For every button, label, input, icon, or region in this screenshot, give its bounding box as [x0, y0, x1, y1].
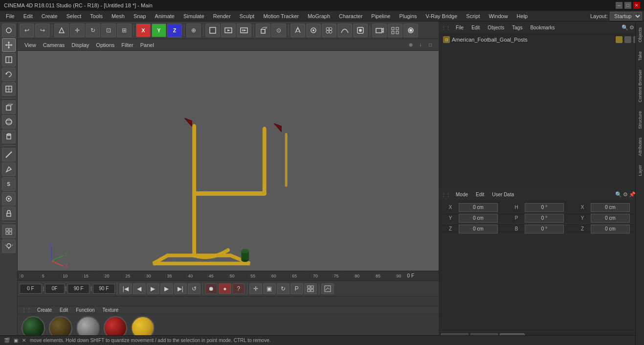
mode-transform[interactable]: ⊞ — [117, 23, 132, 37]
attr-sy-input[interactable] — [591, 214, 630, 223]
keyframe-sel[interactable]: ▣ — [263, 283, 276, 294]
menu-tools[interactable]: Tools — [86, 12, 107, 20]
frame-start-input[interactable] — [45, 284, 65, 294]
mode-move[interactable]: ✛ — [70, 23, 85, 37]
render-region[interactable] — [205, 23, 220, 37]
coord-button[interactable]: ⊕ — [186, 23, 201, 37]
mat-menu-texture[interactable]: Texture — [101, 306, 121, 314]
menu-motion-tracker[interactable]: Motion Tracker — [259, 12, 303, 20]
menu-create[interactable]: Create — [38, 12, 62, 20]
frame-end-input[interactable] — [67, 284, 89, 294]
menu-script[interactable]: Script — [462, 12, 484, 20]
goto-end[interactable]: ▶| — [174, 283, 187, 294]
attr-userdata-btn[interactable]: User Data — [489, 191, 517, 198]
mode-scale[interactable]: ⊡ — [101, 23, 116, 37]
mode-rotate[interactable]: ↻ — [86, 23, 100, 37]
view-dots[interactable] — [388, 23, 402, 37]
side-tab-layer[interactable]: Layer — [637, 161, 644, 180]
side-tab-content[interactable]: Content Browser — [637, 66, 644, 106]
redo-button[interactable]: ↪ — [35, 23, 50, 37]
mode-object[interactable] — [54, 23, 69, 37]
menu-edit[interactable]: Edit — [20, 12, 37, 20]
tool-scale[interactable] — [2, 53, 16, 67]
attr-p-input[interactable] — [525, 214, 564, 223]
current-frame-input[interactable] — [20, 284, 42, 294]
attr-edit-btn[interactable]: Edit — [473, 191, 487, 198]
view-deform[interactable] — [306, 23, 321, 37]
menu-character[interactable]: Character — [335, 12, 366, 20]
tool-lamp[interactable] — [2, 239, 16, 253]
menu-help[interactable]: Help — [513, 12, 532, 20]
tool-rotate[interactable] — [2, 68, 16, 81]
record-motion[interactable]: ? — [232, 283, 245, 294]
vp-menu-filter[interactable]: Filter — [118, 41, 136, 49]
om-settings-btn[interactable]: ⚙ — [629, 24, 634, 31]
tool-pen[interactable] — [2, 162, 16, 176]
menu-mesh[interactable]: Mesh — [108, 12, 129, 20]
menu-select[interactable]: Select — [63, 12, 86, 20]
tool-lock[interactable] — [2, 207, 16, 220]
tool-move[interactable] — [2, 38, 16, 52]
render-viewport[interactable] — [221, 23, 236, 37]
close-button[interactable]: ✕ — [633, 2, 640, 9]
motion-graph[interactable] — [321, 283, 334, 294]
om-bookmarks-btn[interactable]: Bookmarks — [527, 24, 557, 31]
attr-y-input[interactable] — [459, 214, 498, 223]
tool-select[interactable] — [2, 23, 16, 37]
view-light[interactable] — [403, 23, 418, 37]
tool-brush[interactable] — [2, 192, 16, 206]
mat-menu-edit[interactable]: Edit — [58, 306, 70, 314]
axis-z[interactable]: Z — [167, 23, 182, 37]
om-item-goalpost[interactable]: ⊡ American_Football_Goal_Posts — [441, 35, 642, 44]
menu-snap[interactable]: Snap — [130, 12, 150, 20]
tool-s-icon[interactable]: S — [2, 177, 16, 191]
menu-vray[interactable]: V-Ray Bridge — [422, 12, 462, 20]
record-active[interactable]: ● — [219, 283, 231, 294]
view-top[interactable]: ⊙ — [271, 23, 286, 37]
attr-pin-btn[interactable]: 📌 — [629, 191, 636, 198]
menu-window[interactable]: Window — [485, 12, 511, 20]
view-spline[interactable] — [337, 23, 352, 37]
vp-icon-2[interactable]: ↓ — [416, 41, 425, 49]
keyframe-pos[interactable]: P — [290, 283, 303, 294]
viewport[interactable]: View Cameras Display Options Filter Pane… — [18, 39, 439, 271]
om-tags-btn[interactable]: Tags — [509, 24, 525, 31]
tool-grid[interactable] — [2, 225, 16, 238]
goto-start[interactable]: |◀ — [119, 283, 132, 294]
render-animation[interactable] — [237, 23, 251, 37]
attr-h-input[interactable] — [525, 203, 564, 212]
keyframe-move[interactable]: ✛ — [249, 283, 262, 294]
play-button[interactable]: ▶ — [147, 283, 159, 294]
side-tab-structure[interactable]: Structure — [637, 107, 644, 133]
om-search-btn[interactable]: 🔍 — [622, 24, 628, 31]
attr-x-input[interactable] — [459, 203, 498, 212]
vp-menu-view[interactable]: View — [22, 41, 39, 49]
menu-simulate[interactable]: Simulate — [179, 12, 208, 20]
menu-mograph[interactable]: MoGraph — [304, 12, 334, 20]
menu-animate[interactable]: Animate — [151, 12, 178, 20]
vp-menu-options[interactable]: Options — [93, 41, 117, 49]
attr-settings-btn[interactable]: ⚙ — [623, 191, 628, 198]
vp-menu-display[interactable]: Display — [68, 41, 92, 49]
axis-y[interactable]: Y — [152, 23, 166, 37]
prev-frame[interactable]: ◀ — [133, 283, 146, 294]
tool-line[interactable] — [2, 148, 16, 161]
om-file-btn[interactable]: File — [453, 24, 466, 31]
vp-icon-1[interactable]: ⊕ — [406, 41, 415, 49]
frame-right-input[interactable] — [93, 284, 115, 294]
menu-file[interactable]: File — [2, 12, 19, 20]
attr-search-btn[interactable]: 🔍 — [615, 191, 622, 198]
view-pen[interactable] — [290, 23, 305, 37]
side-tab-attributes[interactable]: Attributes — [637, 134, 644, 160]
record-red[interactable]: ⏺ — [205, 283, 218, 294]
attr-mode-btn[interactable]: Mode — [453, 191, 471, 198]
menu-pipeline[interactable]: Pipeline — [367, 12, 394, 20]
undo-button[interactable]: ↩ — [20, 23, 34, 37]
om-content[interactable]: ⊡ American_Football_Goal_Posts — [439, 33, 644, 188]
view-material[interactable] — [353, 23, 368, 37]
om-objects-btn[interactable]: Objects — [485, 24, 507, 31]
maximize-button[interactable]: □ — [624, 2, 631, 9]
menu-sculpt[interactable]: Sculpt — [236, 12, 259, 20]
attr-sx-input[interactable] — [591, 203, 630, 212]
mat-menu-create[interactable]: Create — [35, 306, 54, 314]
